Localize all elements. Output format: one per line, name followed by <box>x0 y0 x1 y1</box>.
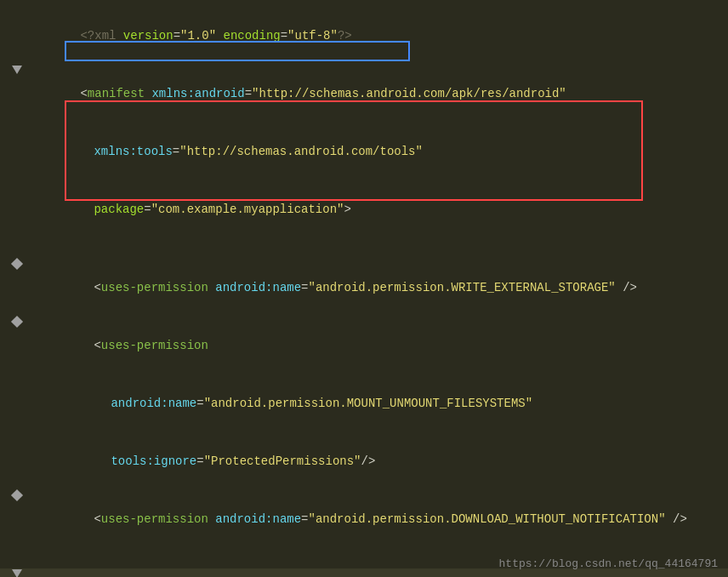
code-8: android:name="android.permission.MOUNT_U… <box>34 375 728 431</box>
code-12: <application <box>34 569 728 577</box>
url-bar: https://blog.csdn.net/qq_44164791 <box>499 557 718 570</box>
gutter-10 <box>0 491 34 500</box>
diamond-icon-7 <box>11 316 23 328</box>
code-4: package="com.example.myapplication"> <box>34 181 728 237</box>
line-1: <?xml version="1.0" encoding="utf-8"?> <box>0 7 728 65</box>
line-6: <uses-permission android:name="android.p… <box>0 259 728 317</box>
diamond-icon-6 <box>11 258 23 270</box>
line-7: <uses-permission <box>0 317 728 374</box>
code-7: <uses-permission <box>34 317 728 374</box>
code-editor: <?xml version="1.0" encoding="utf-8"?> <… <box>0 0 728 577</box>
line-4: package="com.example.myapplication"> <box>0 180 728 238</box>
fold-icon[interactable] <box>12 66 22 74</box>
code-6: <uses-permission android:name="android.p… <box>34 260 728 316</box>
gutter-2 <box>0 66 34 74</box>
code-2: <manifest xmlns:android="http://schemas.… <box>34 66 728 122</box>
fold-icon-12[interactable] <box>12 569 22 577</box>
gutter-6 <box>0 260 34 268</box>
diamond-icon-10 <box>11 489 23 501</box>
line-10: <uses-permission android:name="android.p… <box>0 490 728 548</box>
code-1: <?xml version="1.0" encoding="utf-8"?> <box>34 8 728 64</box>
gutter-7 <box>0 317 34 326</box>
line-8: android:name="android.permission.MOUNT_U… <box>0 374 728 432</box>
line-2: <manifest xmlns:android="http://schemas.… <box>0 65 728 123</box>
gutter-12 <box>0 569 34 577</box>
code-9: tools:ignore="ProtectedPermissions"/> <box>34 433 728 489</box>
line-3: xmlns:tools="http://schemas.android.com/… <box>0 123 728 180</box>
code-5 <box>34 239 728 258</box>
line-9: tools:ignore="ProtectedPermissions"/> <box>0 432 728 490</box>
code-10: <uses-permission android:name="android.p… <box>34 491 728 547</box>
line-5 <box>0 238 728 259</box>
code-3: xmlns:tools="http://schemas.android.com/… <box>34 123 728 180</box>
